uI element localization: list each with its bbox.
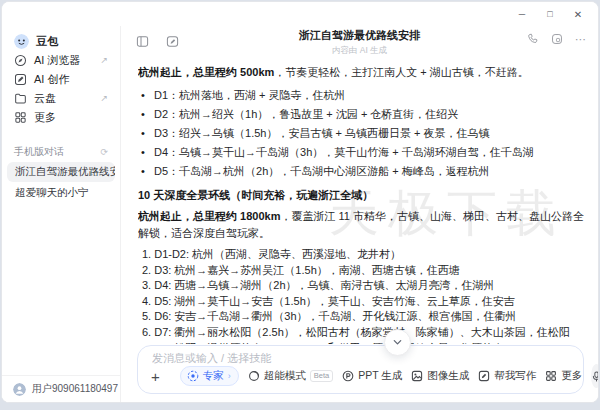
expert-mode-button[interactable]: 专家 › (180, 366, 239, 386)
chat-panel: 浙江自驾游最优路线安排 内容由 AI 生成 ⋯ 天极下载 (121, 26, 598, 402)
float-window-icon[interactable] (551, 33, 563, 45)
chat-title: 超爱聊天的小宁 (15, 186, 89, 200)
app-window: ─ □ ✕ 豆包 AI 浏览器 ↗ (1, 1, 599, 403)
collapse-sidebar-icon[interactable] (131, 31, 153, 51)
sidebar-item-ai-browser[interactable]: AI 浏览器 ↗ (2, 51, 120, 70)
new-chat-icon[interactable] (161, 31, 183, 51)
user-id: 用户909061180497 (32, 382, 118, 396)
sidebar-item-label: AI 创作 (34, 72, 69, 87)
chevron-right-icon: › (228, 371, 231, 381)
conversation-title-block: 浙江自驾游最优路线安排 内容由 AI 生成 (299, 28, 420, 57)
image-generate-button[interactable]: 图像生成 (411, 369, 469, 383)
sidebar-item-ai-creation[interactable]: AI 创作 (2, 70, 120, 89)
write-pencil-icon (478, 370, 490, 382)
image-icon (411, 370, 423, 382)
sidebar-item-more[interactable]: 更多 (2, 108, 120, 127)
external-link-icon: ↗ (100, 56, 108, 65)
ppt-generate-button[interactable]: PPT 生成 (342, 369, 402, 383)
close-button[interactable]: ✕ (564, 2, 592, 26)
scroll-to-bottom-button[interactable] (384, 329, 411, 356)
folder-icon (14, 92, 27, 105)
section-heading-10day: 10 天深度全景环线（时间充裕，玩遍浙江全域） (138, 188, 592, 203)
external-link-icon: ↗ (100, 94, 108, 103)
chat-history-item-active[interactable]: 浙江自驾游最优路线安... (7, 162, 115, 182)
composer-toolbar: + 专家 › 超能模式 Beta (149, 364, 575, 388)
super-mode-icon (248, 370, 260, 382)
beta-badge: Beta (310, 370, 333, 382)
sidebar-item-doubao[interactable]: 豆包 (2, 32, 120, 51)
list-item: •D1：杭州落地，西湖 + 灵隐寺，住杭州 (138, 86, 592, 105)
microphone-icon (591, 371, 599, 382)
more-options-icon[interactable]: ⋯ (575, 34, 586, 45)
list-item: •D3：绍兴→乌镇（1.5h），安昌古镇 + 乌镇西栅日景 + 夜景，住乌镇 (138, 124, 592, 143)
ai-generated-note: 内容由 AI 生成 (299, 45, 420, 57)
chevron-down-icon (392, 337, 403, 348)
itinerary-10day-list: 1.D1-D2: 杭州（西湖、灵隐寺、西溪湿地、龙井村） 2.D3: 杭州→嘉兴… (138, 247, 592, 344)
sidebar-item-label: 云盘 (34, 91, 56, 106)
list-item: 6.D7: 衢州→丽水松阳（2.5h），松阳古村（杨家堂村、陈家铺）、大木山茶园… (138, 325, 592, 341)
sidebar: 豆包 AI 浏览器 ↗ AI 创作 (2, 26, 121, 402)
itinerary-5day-list: •D1：杭州落地，西湖 + 灵隐寺，住杭州 •D2：杭州→绍兴（1h），鲁迅故里… (138, 86, 592, 181)
titlebar: ─ □ ✕ (2, 2, 598, 26)
section-title: 手机版对话 (14, 145, 64, 159)
list-item: 2.D3: 杭州→嘉兴→苏州吴江（1.5h），南湖、西塘古镇，住西塘 (138, 263, 592, 279)
list-item: 3.D4: 西塘→乌镇→湖州（2h），乌镇、南浔古镇、太湖月亮湾，住湖州 (138, 278, 592, 294)
pencil-box-icon (14, 73, 27, 86)
route-summary-10day: 杭州起止，总里程约 1800km，覆盖浙江 11 市精华，古镇、山海、梯田、古村… (138, 208, 592, 241)
more-skills-button[interactable]: 更多 (545, 369, 582, 383)
chat-header: 浙江自驾游最优路线安排 内容由 AI 生成 ⋯ (121, 26, 598, 60)
sidebar-item-label: AI 浏览器 (34, 53, 80, 68)
voice-call-icon[interactable] (527, 33, 539, 45)
conversation-title: 浙江自驾游最优路线安排 (299, 28, 420, 43)
list-item: •D5：千岛湖→杭州（2h），千岛湖中心湖区游船 + 梅峰岛，返程杭州 (138, 162, 592, 181)
message-composer[interactable]: + 专家 › 超能模式 Beta (137, 345, 584, 394)
message-input[interactable] (150, 351, 571, 365)
list-item: 5.D6: 安吉→千岛湖→衢州（3h），千岛湖、开化钱江源、根宫佛国，住衢州 (138, 309, 592, 325)
doubao-avatar (14, 34, 29, 49)
sidebar-item-label: 豆包 (36, 34, 58, 49)
chat-history-item[interactable]: 超爱聊天的小宁 (7, 183, 115, 203)
ppt-icon (342, 370, 354, 382)
list-item: 4.D5: 湖州→莫干山→安吉（1.5h），莫干山、安吉竹海、云上草原，住安吉 (138, 294, 592, 310)
grid-icon (14, 111, 27, 124)
super-mode-button[interactable]: 超能模式 Beta (248, 369, 333, 383)
microphone-button[interactable] (591, 364, 599, 388)
list-item: •D2：杭州→绍兴（1h），鲁迅故里 + 沈园 + 仓桥直街，住绍兴 (138, 105, 592, 124)
user-avatar-icon (13, 383, 26, 396)
chat-title: 浙江自驾游最优路线安... (15, 165, 115, 179)
window-controls: ─ □ ✕ (508, 2, 592, 26)
minimize-button[interactable]: ─ (508, 2, 536, 26)
list-item: 7.D8: 松阳→温州雁荡山（2.5h），云和梯田、雁荡山灵峰夜景，住雁荡山 (138, 341, 592, 344)
assistant-message: 杭州起止，总里程约 500km，节奏更轻松，主打江南人文 + 湖山古镇，不赶路。… (138, 62, 592, 344)
sidebar-section-mobile-chats: 手机版对话 ⟳ (2, 143, 120, 161)
help-write-button[interactable]: 帮我写作 (478, 369, 536, 383)
compass-icon (14, 54, 27, 67)
sync-icon[interactable]: ⟳ (100, 148, 108, 157)
sidebar-item-cloud-drive[interactable]: 云盘 ↗ (2, 89, 120, 108)
list-item: 1.D1-D2: 杭州（西湖、灵隐寺、西溪湿地、龙井村） (138, 247, 592, 263)
route-summary-5day: 杭州起止，总里程约 500km，节奏更轻松，主打江南人文 + 湖山古镇，不赶路。 (138, 64, 592, 81)
grid-icon (545, 370, 557, 382)
attach-plus-icon[interactable]: + (149, 369, 162, 384)
list-item: •D4：乌镇→莫干山→千岛湖（3h），莫干山竹海 + 千岛湖环湖自驾，住千岛湖 (138, 143, 592, 162)
expert-sparkle-icon (187, 370, 199, 382)
sidebar-item-label: 更多 (34, 110, 56, 125)
maximize-button[interactable]: □ (536, 2, 564, 26)
user-account[interactable]: 用户909061180497 (2, 375, 120, 402)
